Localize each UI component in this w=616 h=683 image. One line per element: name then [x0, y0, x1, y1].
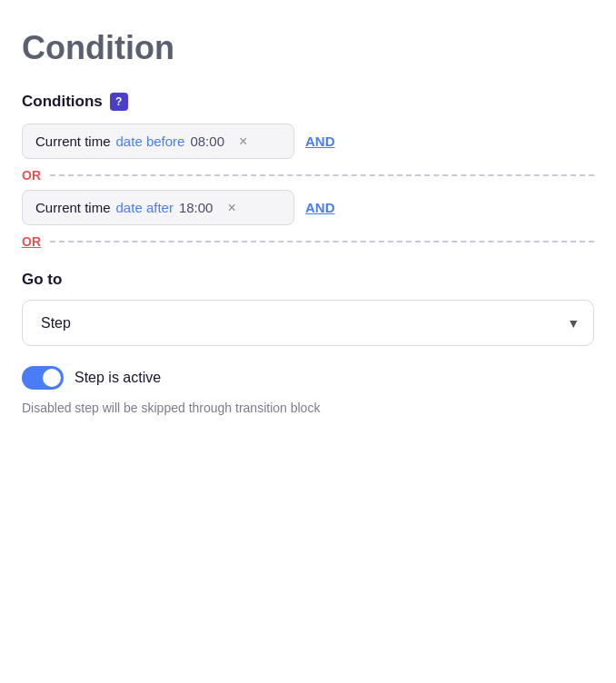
or-line-1 — [50, 174, 594, 176]
condition-operator-2: date after — [116, 200, 174, 215]
or-label-1: OR — [22, 168, 41, 183]
or-line-2 — [50, 241, 594, 243]
condition-row-2: Current time date after 18:00 × AND — [22, 190, 594, 225]
conditions-header: Conditions ? — [22, 93, 594, 111]
page-title: Condition — [22, 29, 594, 67]
condition-value-1: 08:00 — [190, 134, 224, 149]
condition-remove-2[interactable]: × — [224, 201, 239, 215]
help-icon[interactable]: ? — [110, 93, 128, 111]
main-panel: Condition Conditions ? Current time date… — [0, 0, 616, 683]
condition-value-2: 18:00 — [179, 200, 214, 215]
conditions-section: Conditions ? Current time date before 08… — [22, 93, 594, 249]
or-separator-1: OR — [22, 168, 594, 183]
step-select[interactable]: Step — [22, 300, 594, 346]
condition-row-1: Current time date before 08:00 × AND — [22, 124, 594, 159]
goto-label: Go to — [22, 271, 594, 289]
condition-pill-1[interactable]: Current time date before 08:00 × — [22, 124, 294, 159]
and-link-2[interactable]: AND — [305, 200, 335, 215]
toggle-knob — [43, 369, 61, 387]
toggle-label: Step is active — [75, 370, 161, 386]
step-select-wrapper: Step ▼ — [22, 300, 594, 346]
or-label-2[interactable]: OR — [22, 234, 41, 249]
conditions-label: Conditions — [22, 93, 103, 111]
condition-remove-1[interactable]: × — [235, 134, 251, 149]
toggle-section: Step is active — [22, 366, 594, 390]
helper-text: Disabled step will be skipped through tr… — [22, 399, 531, 418]
step-active-toggle[interactable] — [22, 366, 64, 390]
or-separator-2: OR — [22, 234, 594, 249]
and-link-1[interactable]: AND — [305, 134, 335, 149]
goto-section: Go to Step ▼ — [22, 271, 594, 346]
condition-prefix-2: Current time — [35, 200, 111, 215]
condition-pill-2[interactable]: Current time date after 18:00 × — [22, 190, 294, 225]
condition-operator-1: date before — [116, 134, 185, 149]
condition-prefix-1: Current time — [35, 134, 111, 149]
